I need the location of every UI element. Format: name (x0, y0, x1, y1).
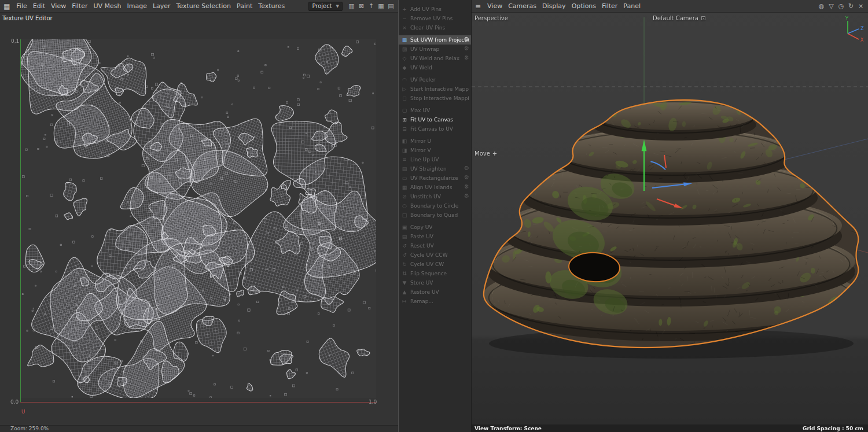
panel-grid-icon[interactable]: ▦ (3, 2, 10, 10)
options-gear-icon[interactable]: ⚙ (464, 36, 469, 42)
command-label: Fit Canvas to UV (410, 126, 453, 132)
axis-orientation-gizmo[interactable]: Y Z X (838, 15, 866, 45)
command-label: Start Interactive Mapping (410, 86, 469, 92)
command-copy-uv[interactable]: ▣Copy UV (399, 223, 471, 232)
command-flip-sequence[interactable]: ⇅Flip Sequence (399, 269, 471, 278)
menu-image[interactable]: Image (124, 1, 149, 11)
globe-icon[interactable]: ◍ (816, 2, 826, 10)
uv-menubar-items: FileEditViewFilterUV MeshImageLayerTextu… (13, 1, 288, 11)
menu-layer[interactable]: Layer (150, 1, 174, 11)
project-dropdown-value: Project (312, 3, 332, 9)
command-mirror-v[interactable]: ◨Mirror V (399, 146, 471, 155)
paste-uv-icon: ▤ (400, 234, 409, 239)
grid-icon[interactable]: ▦ (376, 2, 386, 10)
command-group-2: ▦Set UVW from Projection⚙▨UV Unwrap⚙◇UV … (399, 35, 471, 73)
command-group-3: ◠UV Peeler▷Start Interactive Mapping◻Sto… (399, 75, 471, 104)
command-clear-uv-pins[interactable]: ×Clear UV Pins (399, 23, 471, 32)
uv-peeler-icon: ◠ (400, 77, 409, 83)
command-label: Fit UV to Canvas (410, 117, 453, 123)
uv-editor-canvas[interactable] (20, 39, 376, 398)
history-icon[interactable]: ◷ (836, 2, 846, 10)
command-line-up-uv[interactable]: ≡Line Up UV (399, 155, 471, 164)
command-set-uvw-from-projection[interactable]: ▦Set UVW from Projection⚙ (399, 35, 471, 45)
uv-commands-panel: +Add UV Pins−Remove UV Pins×Clear UV Pin… (398, 0, 472, 432)
command-label: UV Rectangularize (410, 175, 458, 181)
view-mode-label[interactable]: Perspective (475, 15, 508, 21)
lock-icon[interactable]: ⊠ (356, 2, 366, 10)
menu-file[interactable]: File (13, 1, 30, 11)
options-gear-icon[interactable]: ⚙ (464, 45, 469, 51)
command-restore-uv[interactable]: ▲Restore UV (399, 287, 471, 297)
command-uv-weld-and-relax[interactable]: ◇UV Weld and Relax⚙ (399, 54, 471, 63)
command-fit-canvas-to-uv[interactable]: ⊟Fit Canvas to UV (399, 124, 471, 134)
start-interactive-mapping-icon: ▷ (400, 86, 409, 92)
command-stop-interactive-mapping[interactable]: ◻Stop Interactive Mapping (399, 94, 471, 103)
command-boundary-to-quad[interactable]: □Boundary to Quad (399, 211, 471, 220)
options-gear-icon[interactable]: ⚙ (464, 174, 469, 180)
menu-uv-mesh[interactable]: UV Mesh (90, 1, 124, 11)
camera-name-text: Default Camera (653, 15, 698, 21)
menu-filter[interactable]: Filter (69, 1, 90, 11)
command-label: Boundary to Quad (410, 212, 458, 218)
command-uv-peeler[interactable]: ◠UV Peeler (399, 75, 471, 84)
pin-remove-icon: − (400, 16, 409, 21)
options-gear-icon[interactable]: ⚙ (464, 193, 469, 199)
refresh-icon[interactable]: ↻ (846, 2, 856, 10)
store-uv-icon: ▼ (400, 280, 409, 286)
uv-unwrap-icon: ▨ (400, 46, 409, 52)
command-label: UV Peeler (410, 77, 436, 83)
command-mirror-u[interactable]: ◧Mirror U (399, 136, 471, 146)
options-gear-icon[interactable]: ⚙ (464, 54, 469, 61)
hamburger-menu-icon[interactable]: ≡ (475, 2, 481, 10)
menu-view[interactable]: View (48, 1, 69, 11)
arrow-up-icon[interactable]: ↑ (366, 2, 376, 10)
options-gear-icon[interactable]: ⚙ (464, 183, 469, 190)
stop-interactive-mapping-icon: ◻ (400, 95, 409, 101)
vp-menu-options[interactable]: Options (569, 1, 599, 11)
menu-texture-selection[interactable]: Texture Selection (174, 1, 234, 11)
viewport-canvas[interactable] (472, 13, 868, 432)
vp-menu-panel[interactable]: Panel (620, 1, 643, 11)
command-uv-weld[interactable]: ◆UV Weld (399, 63, 471, 72)
command-boundary-to-circle[interactable]: ○Boundary to Circle (399, 201, 471, 211)
command-uv-straighten[interactable]: ▤UV Straighten⚙ (399, 164, 471, 173)
project-dropdown[interactable]: Project ▼ (308, 2, 343, 11)
command-remap[interactable]: ↦Remap... (399, 297, 471, 306)
menu-edit[interactable]: Edit (30, 1, 48, 11)
camera-label[interactable]: Default Camera ⊡ (653, 15, 705, 21)
command-group-1: +Add UV Pins−Remove UV Pins×Clear UV Pin… (399, 5, 471, 34)
u-axis-line (20, 402, 377, 403)
vp-menu-cameras[interactable]: Cameras (505, 1, 539, 11)
command-label: Remap... (410, 298, 433, 304)
command-paste-uv[interactable]: ▤Paste UV (399, 232, 471, 241)
vp-menu-view[interactable]: View (484, 1, 505, 11)
menu-paint[interactable]: Paint (234, 1, 255, 11)
menu-textures[interactable]: Textures (255, 1, 288, 11)
uv-straighten-icon: ▤ (400, 166, 409, 172)
command-add-uv-pins[interactable]: +Add UV Pins (399, 5, 471, 14)
command-store-uv[interactable]: ▼Store UV (399, 278, 471, 287)
axis-x-label: X (860, 38, 864, 43)
filter-icon[interactable]: ▽ (826, 2, 836, 10)
command-unstitch-uv[interactable]: ⊘Unstitch UV⚙ (399, 192, 471, 201)
command-fit-uv-to-canvas[interactable]: ⊞Fit UV to Canvas (399, 115, 471, 124)
command-align-uv-islands[interactable]: ▦Align UV Islands⚙ (399, 183, 471, 192)
command-reset-uv[interactable]: ↺Reset UV (399, 241, 471, 250)
command-cycle-uv-ccw[interactable]: ↺Cycle UV CCW (399, 250, 471, 260)
command-cycle-uv-cw[interactable]: ↻Cycle UV CW (399, 260, 471, 269)
uv-canvas-area: 0,1 0,0 1,0 U (0, 23, 398, 425)
set-uvw-projection-icon: ▦ (400, 37, 409, 43)
command-start-interactive-mapping[interactable]: ▷Start Interactive Mapping (399, 84, 471, 94)
flip-sequence-icon: ⇅ (400, 271, 409, 276)
histogram-icon[interactable]: ▥ (347, 2, 356, 10)
command-remove-uv-pins[interactable]: −Remove UV Pins (399, 14, 471, 23)
vp-menu-filter[interactable]: Filter (599, 1, 620, 11)
options-gear-icon[interactable]: ⚙ (464, 165, 469, 171)
close-icon[interactable]: × (856, 2, 866, 10)
command-uv-rectangularize[interactable]: ▭UV Rectangularize⚙ (399, 173, 471, 183)
command-max-uv[interactable]: ▢Max UV (399, 106, 471, 115)
command-label: Max UV (410, 108, 430, 113)
layout-icon[interactable]: ▤ (386, 2, 396, 10)
vp-menu-display[interactable]: Display (539, 1, 569, 11)
command-uv-unwrap[interactable]: ▨UV Unwrap⚙ (399, 45, 471, 54)
